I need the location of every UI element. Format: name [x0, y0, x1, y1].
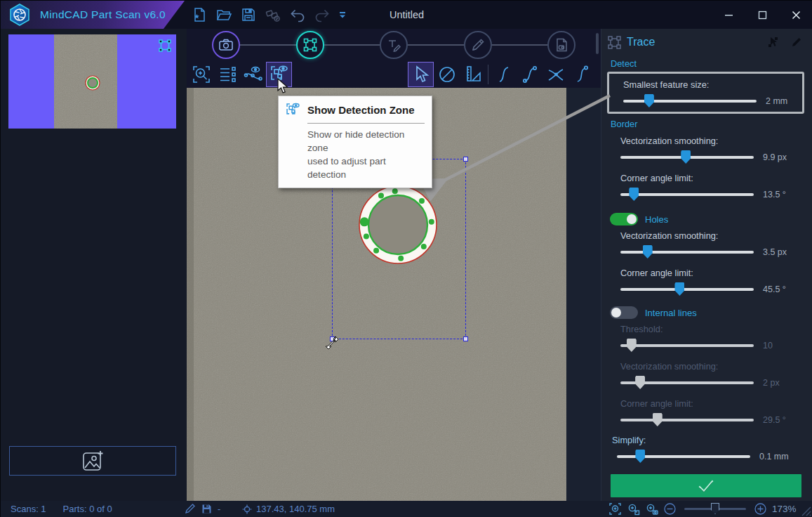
- step-trace[interactable]: [296, 31, 324, 59]
- zoom-fit-icon[interactable]: [608, 502, 622, 516]
- slider-thumb[interactable]: [681, 150, 691, 164]
- slider-value: 3.5 px: [763, 247, 787, 257]
- slider-value: 9.9 px: [763, 152, 787, 162]
- detection-zone-icon: [285, 102, 301, 118]
- slider-internal-threshold: Threshold: 10: [601, 324, 812, 355]
- close-button[interactable]: [779, 1, 812, 29]
- scan-thumbnail[interactable]: [8, 34, 176, 129]
- step-export[interactable]: [547, 31, 575, 59]
- slider-value: 10: [763, 341, 773, 351]
- border-group: Vectorization smoothing: 9.9 px Corner a…: [601, 136, 812, 204]
- slider-thumb: [653, 413, 663, 426]
- document-title: Untitled: [390, 1, 424, 29]
- slider-thumb: [627, 339, 637, 352]
- scan-canvas[interactable]: Show Detection Zone Show or hide detecti…: [187, 88, 601, 501]
- panel-title: Trace: [627, 36, 766, 48]
- slider-thumb[interactable]: [629, 188, 639, 201]
- cursor-position-icon: [242, 504, 252, 514]
- sync-parts-button[interactable]: [264, 6, 282, 24]
- tool-row: [187, 61, 601, 88]
- slider-track[interactable]: [620, 288, 754, 291]
- section-detect: Detect: [601, 58, 812, 69]
- zoom-to-region-button[interactable]: [188, 62, 214, 87]
- slider-track: [620, 344, 754, 347]
- open-file-button[interactable]: [215, 6, 233, 24]
- slider-label: Vectorization smoothing:: [620, 136, 812, 148]
- slider-track[interactable]: [623, 100, 757, 103]
- checkmark-icon: [694, 478, 718, 495]
- slider-track[interactable]: [620, 193, 754, 196]
- select-tool-button[interactable]: [408, 62, 434, 87]
- thumbnail-selected-icon: [159, 39, 171, 52]
- slider-track[interactable]: [620, 251, 754, 254]
- apply-trace-button[interactable]: [611, 474, 801, 497]
- slider-thumb[interactable]: [635, 450, 645, 463]
- slider-value: 0.1 mm: [759, 452, 789, 462]
- tooltip-description-line2: used to adjust part detection: [307, 155, 425, 181]
- new-document-button[interactable]: [190, 6, 208, 24]
- trace-icon: [608, 36, 621, 49]
- zoom-out-button[interactable]: [663, 502, 677, 516]
- step-annotate[interactable]: [380, 31, 408, 59]
- slider-thumb[interactable]: [643, 245, 653, 258]
- panel-splitter-handle[interactable]: [596, 33, 599, 54]
- step-edit[interactable]: [464, 31, 492, 59]
- spline-nodes-button[interactable]: [517, 62, 543, 87]
- more-options-button[interactable]: [338, 6, 347, 24]
- slider-label: Corner angle limit:: [620, 268, 812, 280]
- zoom-selection-icon[interactable]: [627, 502, 640, 516]
- resize-handle-ne[interactable]: [463, 157, 468, 162]
- zoom-camera-icon[interactable]: [645, 502, 658, 516]
- slider-value: 45.5 °: [763, 284, 786, 294]
- zoom-slider[interactable]: [684, 508, 746, 510]
- stepper-connector: [492, 44, 548, 46]
- slider-thumb[interactable]: [644, 94, 654, 107]
- holes-toggle[interactable]: [610, 213, 638, 225]
- save-file-button[interactable]: [239, 6, 258, 24]
- window-controls: [712, 1, 812, 29]
- slider-track[interactable]: [617, 455, 750, 458]
- add-scan-button[interactable]: [9, 446, 176, 476]
- spline-cross-button[interactable]: [543, 62, 568, 87]
- smallest-feature-highlight-box: Smallest feature size: 2 mm: [607, 72, 804, 114]
- step-scan-capture[interactable]: [212, 31, 240, 59]
- cursor-coordinates: 137.43, 140.75 mm: [256, 504, 335, 514]
- minimize-button[interactable]: [712, 1, 745, 29]
- titlebar-toolbar: [190, 1, 347, 29]
- slider-track[interactable]: [620, 156, 754, 159]
- scan-list-button[interactable]: [214, 62, 240, 87]
- slider-value: 2 mm: [766, 96, 787, 106]
- slider-thumb: [635, 376, 645, 389]
- exclude-tool-button[interactable]: [434, 62, 460, 87]
- measure-tool-button[interactable]: [460, 62, 486, 87]
- maximize-button[interactable]: [745, 1, 779, 29]
- spline-end-button[interactable]: [568, 62, 594, 87]
- app-name: MindCAD Part Scan v6.0: [40, 8, 166, 21]
- undo-button[interactable]: [288, 6, 307, 24]
- scans-count: Scans: 1: [11, 504, 46, 514]
- toolbar-divider: [488, 65, 488, 84]
- resize-handle-se[interactable]: [463, 336, 468, 341]
- window-resize-grip[interactable]: [800, 505, 811, 516]
- spline-simple-button[interactable]: [491, 62, 517, 87]
- tooltip-separator: [307, 123, 425, 124]
- internal-lines-toggle[interactable]: [610, 306, 638, 319]
- save-state-icon: [201, 504, 212, 514]
- text-edit-icon: [386, 37, 401, 53]
- redo-button[interactable]: [313, 6, 331, 24]
- slider-track: [620, 381, 754, 384]
- zoom-slider-thumb[interactable]: [711, 503, 719, 514]
- pencil-icon: [470, 37, 486, 53]
- holes-toggle-label: Holes: [645, 214, 668, 225]
- show-trace-points-button[interactable]: [240, 62, 266, 87]
- trace-panel-header: Trace: [601, 29, 812, 51]
- tooltip-show-detection-zone: Show Detection Zone Show or hide detecti…: [278, 96, 432, 188]
- title-bar: MindCAD Part Scan v6.0: [1, 1, 812, 29]
- pick-part-icon[interactable]: [766, 35, 780, 49]
- internal-lines-toggle-label: Internal lines: [645, 308, 697, 318]
- show-detection-zone-button[interactable]: [266, 62, 292, 87]
- slider-label: Vectorization smoothing:: [620, 230, 812, 243]
- edit-trace-icon[interactable]: [790, 36, 803, 48]
- zoom-in-button[interactable]: [754, 502, 767, 516]
- slider-thumb[interactable]: [674, 282, 684, 296]
